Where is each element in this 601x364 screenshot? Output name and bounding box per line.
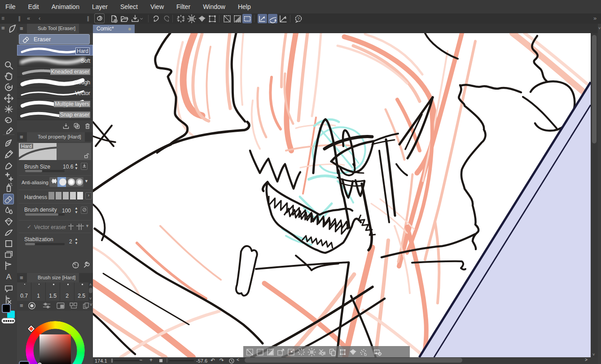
svg-text:?: ? — [297, 17, 299, 21]
svg-text:A: A — [6, 272, 11, 281]
